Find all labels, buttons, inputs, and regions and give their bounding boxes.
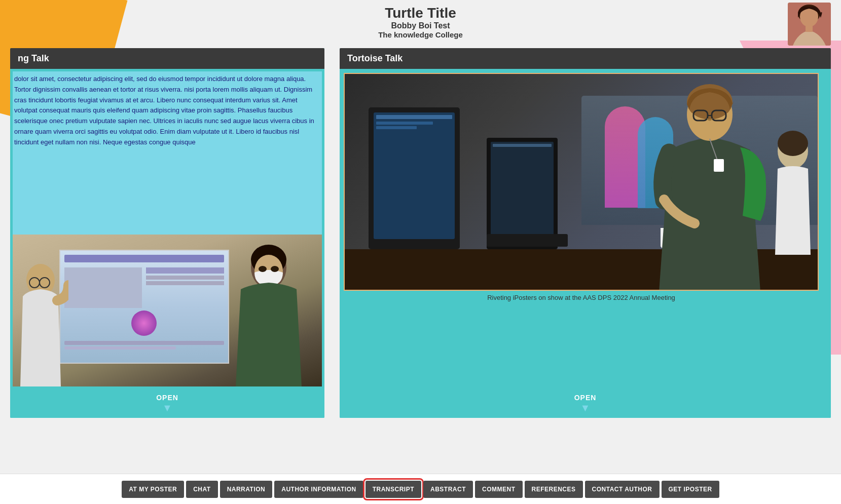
institution-name: The knowledge College [0,30,841,39]
left-panel-text-scroll[interactable]: dolor sit amet, consectetur adipiscing e… [13,71,322,235]
svg-rect-20 [714,159,724,172]
right-panel: Tortoise Talk [340,48,831,418]
left-open-button[interactable]: OPEN [156,394,178,402]
left-panel: ng Talk dolor sit amet, consectetur adip… [10,48,324,418]
bottom-toolbar: AT MY POSTERCHATNARRATIONAUTHOR INFORMAT… [0,474,841,504]
main-content: ng Talk dolor sit amet, consectetur adip… [0,43,841,418]
left-panel-title: ng Talk [18,53,49,63]
left-panel-header: ng Talk [10,48,324,69]
toolbar-btn-comment[interactable]: COMMENT [475,481,523,498]
poster-board-circle [131,311,157,336]
presentation-title: Turtle Title [0,5,841,21]
toolbar-btn-abstract[interactable]: ABSTRACT [423,481,473,498]
left-panel-body-text: dolor sit amet, consectetur adipiscing e… [14,74,319,148]
image-caption: Riveting iPosters on show at the AAS DPS… [344,291,819,304]
svg-point-22 [778,131,808,156]
right-panel-body: Riveting iPosters on show at the AAS DPS… [340,69,831,389]
poster-board-content [60,251,229,363]
person-mask-silhouette [231,235,307,386]
toolbar-btn-contact-author[interactable]: CONTACT AUTHOR [585,481,660,498]
right-panel-open-area: OPEN ▼ [340,389,831,418]
poster-board-display [59,250,230,364]
right-panel-header: Tortoise Talk [340,48,831,69]
right-panel-title: Tortoise Talk [347,53,403,63]
author-name: Bobby Boi Test [0,21,841,30]
toolbar-btn-chat[interactable]: CHAT [186,481,217,498]
monitor-2 [487,138,558,249]
toolbar-btn-at-my-poster[interactable]: AT MY POSTER [122,481,184,498]
toolbar-btn-transcript[interactable]: TRANSCRIPT [365,481,421,498]
keyboard [487,234,568,247]
toolbar-btn-references[interactable]: REFERENCES [525,481,583,498]
toolbar-btn-get-iposter[interactable]: GET IPOSTER [662,481,719,498]
left-open-arrow: ▼ [10,402,324,414]
svg-point-12 [271,266,279,272]
page-header: Turtle Title Bobby Boi Test The knowledg… [0,0,841,43]
toolbar-btn-narration[interactable]: NARRATION [220,481,273,498]
monitor-display [369,107,460,249]
left-panel-open-area: OPEN ▼ [10,389,324,418]
left-conf-img-inner [13,235,322,386]
iposter-conference-image [345,74,818,290]
main-person [649,74,771,290]
person-silhouette-left [13,235,68,386]
right-panel-image-container [344,73,819,291]
left-panel-body: dolor sit amet, consectetur adipiscing e… [10,69,324,389]
toolbar-btn-author-information[interactable]: AUTHOR INFORMATION [274,481,363,498]
left-panel-image [13,235,322,386]
right-panel-scroll[interactable]: Riveting iPosters on show at the AAS DPS… [344,73,827,385]
avatar-image [788,3,831,46]
svg-rect-3 [806,26,813,32]
poster-board-title-bar [64,255,225,262]
right-open-button[interactable]: OPEN [574,394,597,402]
svg-point-11 [259,266,267,272]
avatar [788,3,831,46]
right-open-arrow: ▼ [340,402,831,414]
person-right-bg [773,128,813,258]
right-panel-inner: Riveting iPosters on show at the AAS DPS… [344,73,827,385]
